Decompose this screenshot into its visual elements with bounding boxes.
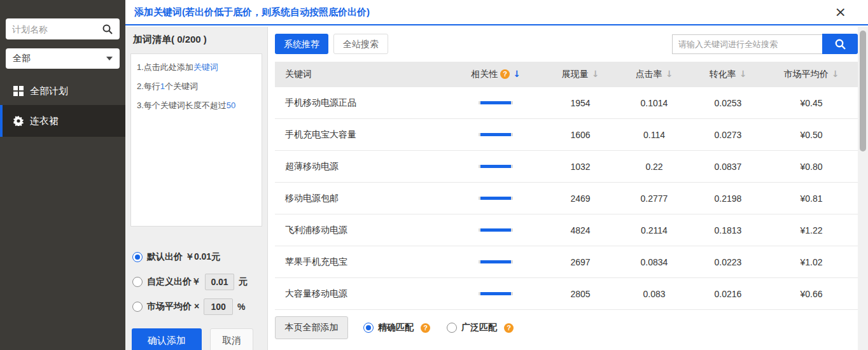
cell-keyword: 苹果手机充电宝: [275, 256, 448, 268]
column-label: 点击率: [636, 69, 662, 79]
bid-option-suffix: 元: [239, 276, 248, 288]
cell-keyword: 移动电源包邮: [275, 193, 448, 204]
cell-impressions: 2469: [543, 193, 617, 204]
add-all-on-page-button[interactable]: 本页全部添加: [275, 316, 348, 339]
sidebar-item-all-plans[interactable]: 全部计划: [0, 77, 125, 105]
chevron-down-icon: [106, 57, 113, 60]
cell-impressions: 2805: [543, 289, 617, 299]
bid-option-market-avg-bid[interactable]: 市场平均价 ×%: [132, 298, 260, 316]
column-label: 相关性: [471, 69, 498, 79]
relevance-bar-track: [479, 260, 513, 263]
modal-title: 添加关键词(若出价低于底价，则系统自动按照底价出价): [134, 6, 370, 18]
column-header-1[interactable]: 相关性?↓: [448, 69, 543, 80]
match-option-label: 精确匹配: [378, 322, 414, 333]
keyword-search-input[interactable]: [672, 34, 822, 54]
instruction-text: 2.每行: [137, 81, 160, 91]
confirm-add-button[interactable]: 确认添加: [132, 328, 202, 350]
bid-value-input[interactable]: [205, 274, 234, 290]
help-icon[interactable]: ?: [421, 323, 430, 333]
column-label: 展现量: [562, 69, 589, 79]
radio-match-exact[interactable]: [363, 323, 374, 333]
plan-filter-value: 全部: [13, 53, 31, 64]
instruction-highlight: 50: [227, 101, 235, 110]
toolbar: 系统推荐全站搜索: [275, 34, 858, 54]
cell-market-price: ¥0.45: [765, 98, 858, 108]
radio-custom-bid[interactable]: [132, 277, 143, 287]
vertical-scrollbar[interactable]: [858, 27, 868, 350]
close-icon[interactable]: ×: [835, 5, 846, 19]
cell-market-price: ¥0.81: [765, 193, 858, 204]
bid-option-custom-bid[interactable]: 自定义出价￥元: [132, 273, 260, 291]
sort-down-icon[interactable]: ↓: [592, 69, 599, 79]
sidebar: 全部 全部计划连衣裙: [0, 0, 125, 350]
relevance-bar-fill: [480, 260, 512, 263]
instruction-line: 2.每行1个关键词: [137, 81, 256, 93]
bid-option-label: 市场平均价 ×: [147, 301, 199, 312]
table-row[interactable]: 超薄移动电源10320.220.0837¥0.80: [275, 151, 858, 183]
instruction-text: 1.点击此处添加: [137, 62, 193, 72]
bid-value-input[interactable]: [204, 298, 233, 315]
plan-search-input[interactable]: [12, 24, 102, 34]
modal-header: 添加关键词(若出价低于底价，则系统自动按照底价出价) ×: [125, 0, 868, 25]
table-row[interactable]: 飞利浦移动电源48240.21140.1813¥1.22: [275, 214, 858, 246]
radio-market-avg-bid[interactable]: [132, 302, 143, 312]
relevance-bar-fill: [480, 228, 512, 232]
cell-keyword: 手机充电宝大容量: [275, 129, 448, 141]
sidebar-item-lianyiqun[interactable]: 连衣裙: [0, 105, 125, 137]
add-words-panel: 加词清单( 0/200 ) 1.点击此处添加关键词2.每行1个关键词3.每个关键…: [125, 27, 268, 350]
cell-market-price: ¥0.66: [765, 289, 858, 299]
plan-filter-dropdown[interactable]: 全部: [6, 48, 120, 69]
sort-down-icon[interactable]: ↓: [513, 69, 521, 79]
instruction-highlight: 1: [160, 81, 165, 91]
help-icon[interactable]: ?: [504, 323, 514, 333]
search-icon[interactable]: [102, 24, 113, 35]
instruction-text: 个关键词: [165, 81, 198, 91]
bid-option-default-bid[interactable]: 默认出价 ￥0.01元: [132, 248, 260, 266]
cell-ctr: 0.0834: [617, 257, 691, 267]
search-icon: [834, 38, 846, 50]
cell-cvr: 0.0837: [691, 162, 765, 172]
radio-default-bid[interactable]: [132, 252, 143, 262]
sort-down-icon[interactable]: ↓: [666, 69, 673, 79]
keywords-content: 系统推荐全站搜索 关键词相关性?↓展现量↓点击率↓转化率↓市场平均价↓ 手机移动…: [269, 27, 858, 350]
cell-keyword: 大容量移动电源: [275, 288, 448, 300]
column-label: 关键词: [285, 69, 312, 79]
column-header-5[interactable]: 市场平均价↓: [765, 69, 858, 80]
cell-market-price: ¥0.50: [765, 130, 858, 140]
cancel-button[interactable]: 取消: [210, 328, 253, 350]
sort-down-icon[interactable]: ↓: [739, 69, 747, 79]
cell-impressions: 1032: [543, 162, 617, 172]
column-header-4[interactable]: 转化率↓: [691, 69, 765, 80]
bid-option-suffix: %: [237, 302, 245, 312]
radio-match-broad[interactable]: [447, 323, 457, 333]
relevance-bar-fill: [480, 133, 512, 136]
table-row[interactable]: 手机移动电源正品19540.10140.0253¥0.45: [275, 87, 858, 119]
cell-keyword: 超薄移动电源: [275, 161, 448, 172]
sort-down-icon[interactable]: ↓: [832, 69, 839, 79]
cell-ctr: 0.22: [617, 162, 691, 172]
help-icon[interactable]: ?: [500, 69, 510, 79]
plan-search-box[interactable]: [6, 18, 120, 39]
cell-market-price: ¥1.02: [765, 257, 858, 267]
relevance-bar-track: [479, 197, 513, 200]
table-body: 手机移动电源正品19540.10140.0253¥0.45手机充电宝大容量160…: [275, 87, 858, 310]
keyword-search-button[interactable]: [822, 34, 858, 54]
cell-relevance: [448, 292, 543, 295]
cell-ctr: 0.083: [617, 289, 691, 299]
relevance-bar-fill: [480, 292, 512, 295]
tab-site-search[interactable]: 全站搜索: [333, 34, 388, 54]
relevance-bar-fill: [480, 197, 512, 200]
keywords-textarea[interactable]: 1.点击此处添加关键词2.每行1个关键词3.每个关键词长度不超过50: [130, 53, 262, 227]
table-row[interactable]: 大容量移动电源28050.0830.0216¥0.66: [275, 278, 858, 310]
scrollbar-thumb[interactable]: [860, 31, 866, 151]
tab-system-recommend[interactable]: 系统推荐: [275, 34, 328, 54]
match-option-broad[interactable]: 广泛匹配?: [447, 322, 514, 333]
column-header-2[interactable]: 展现量↓: [543, 69, 617, 80]
column-header-3[interactable]: 点击率↓: [617, 69, 691, 80]
table-row[interactable]: 苹果手机充电宝26970.08340.0223¥1.02: [275, 246, 858, 278]
cell-cvr: 0.2198: [691, 193, 765, 204]
match-option-exact[interactable]: 精确匹配?: [363, 322, 430, 333]
grid-icon: [13, 86, 24, 96]
table-row[interactable]: 移动电源包邮24690.27770.2198¥0.81: [275, 183, 858, 214]
table-row[interactable]: 手机充电宝大容量16060.1140.0273¥0.50: [275, 119, 858, 151]
